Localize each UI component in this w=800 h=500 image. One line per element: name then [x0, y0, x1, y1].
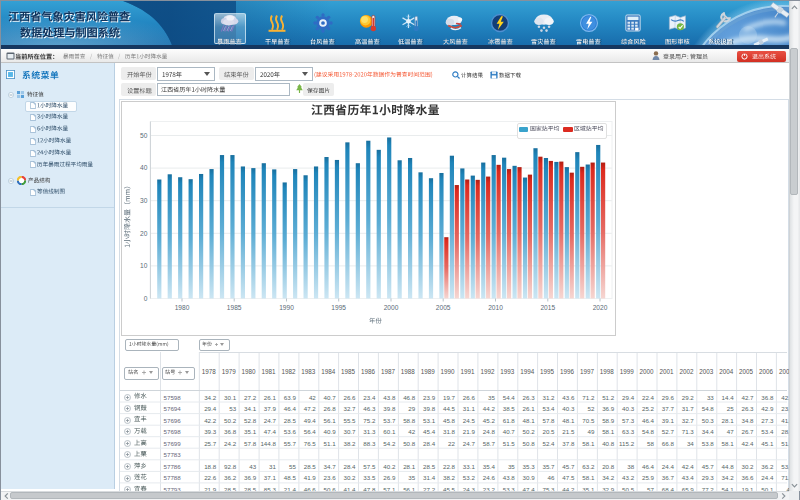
- svg-text:2020: 2020: [592, 304, 607, 311]
- svg-text:1985: 1985: [226, 304, 241, 311]
- svg-text:2000: 2000: [383, 304, 398, 311]
- svg-text:1990: 1990: [279, 304, 294, 311]
- svg-text:2010: 2010: [488, 304, 503, 311]
- svg-text:40: 40: [140, 164, 148, 171]
- svg-text:2015: 2015: [540, 304, 555, 311]
- svg-text:1995: 1995: [331, 304, 346, 311]
- svg-text:2005: 2005: [435, 304, 450, 311]
- svg-text:10: 10: [140, 262, 148, 269]
- svg-text:50: 50: [140, 131, 148, 138]
- svg-text:1980: 1980: [174, 304, 189, 311]
- svg-text:30: 30: [140, 197, 148, 204]
- svg-text:20: 20: [140, 229, 148, 236]
- svg-text:0: 0: [143, 294, 147, 301]
